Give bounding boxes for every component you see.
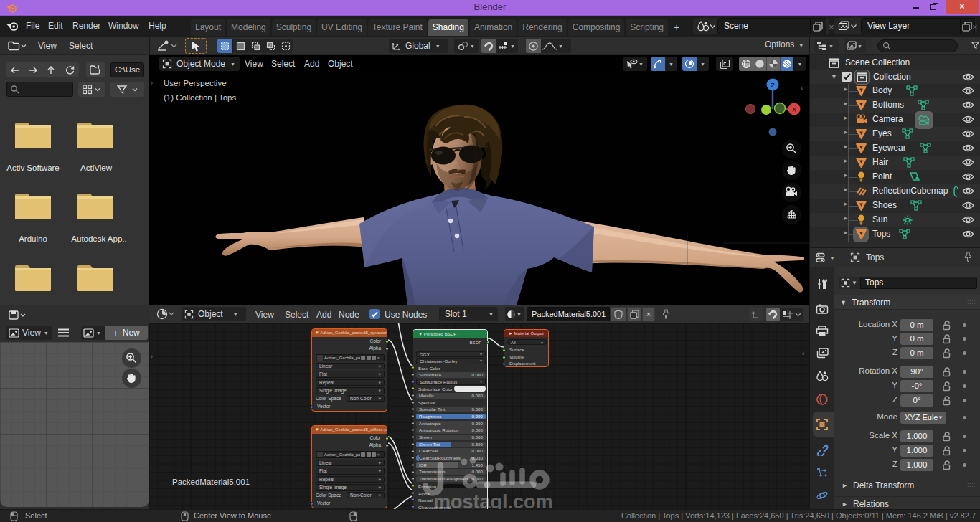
- svg-text:X: X: [792, 106, 796, 113]
- svg-text:Z: Z: [771, 82, 775, 89]
